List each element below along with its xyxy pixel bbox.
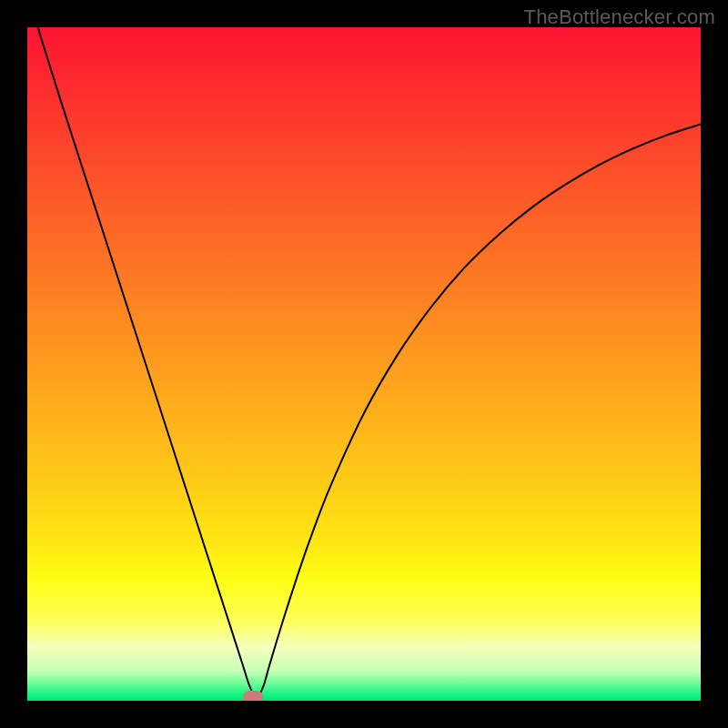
gradient-background xyxy=(27,27,701,701)
watermark-text: TheBottlenecker.com xyxy=(524,5,715,29)
optimum-marker xyxy=(243,691,263,701)
plot-area xyxy=(27,27,701,701)
plot-svg xyxy=(27,27,701,701)
chart-frame: TheBottlenecker.com xyxy=(0,0,728,728)
